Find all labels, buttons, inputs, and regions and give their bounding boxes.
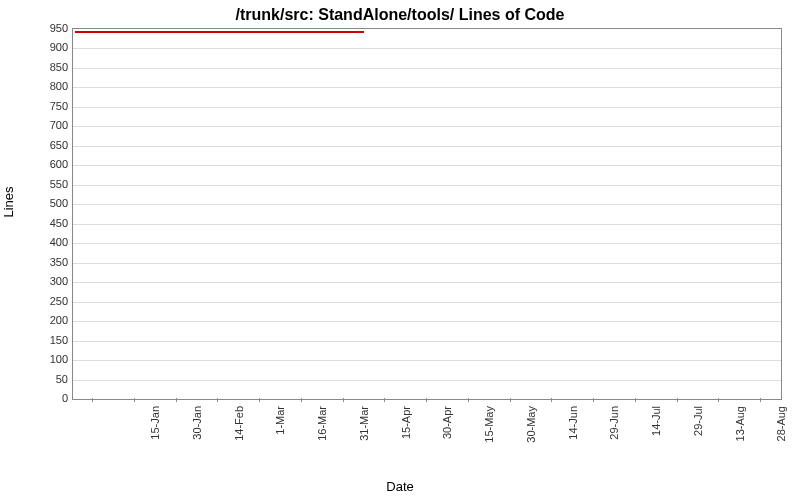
x-tick-mark xyxy=(259,398,260,402)
y-tick-label: 950 xyxy=(28,22,68,34)
x-axis-label: Date xyxy=(0,479,800,494)
x-tick-mark xyxy=(426,398,427,402)
x-tick-label: 30-Apr xyxy=(441,406,453,466)
x-tick-mark xyxy=(551,398,552,402)
y-tick-label: 50 xyxy=(28,373,68,385)
gridline xyxy=(73,302,781,303)
y-tick-label: 500 xyxy=(28,197,68,209)
x-tick-label: 29-Jul xyxy=(692,406,704,466)
y-tick-label: 300 xyxy=(28,275,68,287)
chart-title: /trunk/src: StandAlone/tools/ Lines of C… xyxy=(0,0,800,24)
gridline xyxy=(73,68,781,69)
x-tick-mark xyxy=(176,398,177,402)
gridline xyxy=(73,204,781,205)
gridline xyxy=(73,146,781,147)
x-tick-label: 29-Jun xyxy=(608,406,620,466)
x-tick-label: 1-Mar xyxy=(274,406,286,466)
y-tick-label: 100 xyxy=(28,353,68,365)
gridline xyxy=(73,341,781,342)
gridline xyxy=(73,360,781,361)
x-tick-mark xyxy=(217,398,218,402)
gridline xyxy=(73,48,781,49)
gridline xyxy=(73,224,781,225)
x-tick-mark xyxy=(343,398,344,402)
x-tick-label: 16-Mar xyxy=(316,406,328,466)
gridline xyxy=(73,165,781,166)
gridline xyxy=(73,87,781,88)
x-tick-mark xyxy=(301,398,302,402)
gridline xyxy=(73,263,781,264)
y-axis-label: Lines xyxy=(1,186,16,217)
plot-area xyxy=(72,28,782,400)
chart-container: /trunk/src: StandAlone/tools/ Lines of C… xyxy=(0,0,800,500)
x-tick-mark xyxy=(134,398,135,402)
x-tick-label: 14-Jun xyxy=(567,406,579,466)
y-tick-label: 650 xyxy=(28,139,68,151)
y-tick-label: 450 xyxy=(28,217,68,229)
gridline xyxy=(73,107,781,108)
x-tick-label: 30-May xyxy=(525,406,537,466)
y-tick-label: 800 xyxy=(28,80,68,92)
gridline xyxy=(73,126,781,127)
gridline xyxy=(73,243,781,244)
y-tick-label: 700 xyxy=(28,119,68,131)
gridline xyxy=(73,321,781,322)
x-tick-mark xyxy=(92,398,93,402)
x-tick-label: 14-Jul xyxy=(650,406,662,466)
x-tick-mark xyxy=(510,398,511,402)
data-line xyxy=(75,31,364,33)
x-tick-mark xyxy=(677,398,678,402)
y-tick-label: 600 xyxy=(28,158,68,170)
gridline xyxy=(73,185,781,186)
x-tick-mark xyxy=(760,398,761,402)
x-tick-label: 15-May xyxy=(483,406,495,466)
x-tick-label: 31-Mar xyxy=(358,406,370,466)
x-tick-mark xyxy=(593,398,594,402)
x-tick-mark xyxy=(635,398,636,402)
y-tick-label: 750 xyxy=(28,100,68,112)
x-tick-label: 28-Aug xyxy=(775,406,787,466)
y-tick-label: 250 xyxy=(28,295,68,307)
y-tick-label: 550 xyxy=(28,178,68,190)
x-tick-mark xyxy=(384,398,385,402)
y-tick-label: 150 xyxy=(28,334,68,346)
y-tick-label: 400 xyxy=(28,236,68,248)
y-tick-label: 900 xyxy=(28,41,68,53)
x-tick-label: 15-Jan xyxy=(149,406,161,466)
y-tick-label: 850 xyxy=(28,61,68,73)
gridline xyxy=(73,380,781,381)
gridline xyxy=(73,282,781,283)
y-tick-label: 0 xyxy=(28,392,68,404)
y-tick-label: 350 xyxy=(28,256,68,268)
x-tick-label: 30-Jan xyxy=(191,406,203,466)
x-tick-label: 15-Apr xyxy=(400,406,412,466)
y-tick-label: 200 xyxy=(28,314,68,326)
x-tick-label: 13-Aug xyxy=(734,406,746,466)
x-tick-mark xyxy=(718,398,719,402)
x-tick-label: 14-Feb xyxy=(233,406,245,466)
x-tick-mark xyxy=(468,398,469,402)
